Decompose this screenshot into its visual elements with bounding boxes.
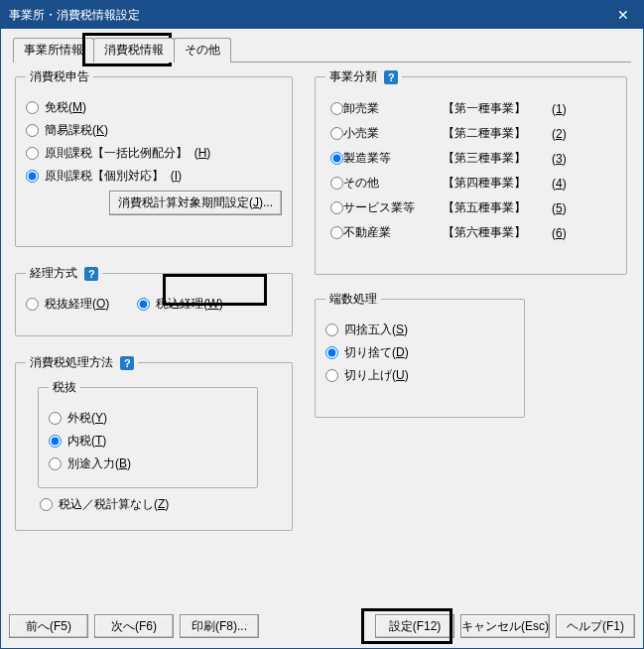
radio-external-tax[interactable]: 外税(Y): [49, 410, 247, 427]
radio-internal-tax-input[interactable]: [49, 435, 62, 448]
biz-label: その他: [343, 175, 443, 192]
radio-principle-individual-label: 原則課税【個別対応】 (I): [45, 168, 182, 185]
biz-shortcut: (4): [552, 177, 581, 191]
radio-simplified[interactable]: 簡易課税(K): [26, 122, 282, 139]
biz-radio-4[interactable]: [330, 201, 343, 214]
tab-consumption-tax[interactable]: 消費税情報: [93, 38, 175, 63]
radio-external-tax-input[interactable]: [49, 412, 62, 425]
radio-external-tax-label: 外税(Y): [67, 410, 107, 427]
biz-shortcut: (6): [552, 226, 581, 240]
legend-tax-excluded-sub: 税抜: [49, 379, 80, 396]
radio-no-calc-label: 税込／税計算なし(Z): [59, 496, 169, 513]
dialog-window: 事業所・消費税情報設定 ✕ 事業所情報 消費税情報 その他 消費税申告 免税(M…: [0, 0, 644, 649]
radio-principle-individual-input[interactable]: [26, 170, 39, 183]
biz-radio-0[interactable]: [330, 102, 343, 115]
radio-ceil[interactable]: 切り上げ(U): [325, 367, 514, 384]
radio-tax-excluded[interactable]: 税抜経理(O): [26, 296, 109, 313]
radio-tax-included-label: 税込経理(W): [156, 296, 222, 313]
next-button[interactable]: 次へ(F6): [94, 614, 174, 638]
biz-label: 製造業等: [343, 150, 443, 167]
biz-class: 【第五種事業】: [443, 199, 552, 216]
prev-button[interactable]: 前へ(F5): [9, 614, 88, 638]
radio-principle-bulk[interactable]: 原則課税【一括比例配分】 (H): [26, 145, 282, 162]
tab-other[interactable]: その他: [174, 38, 231, 63]
biz-label: サービス業等: [343, 199, 443, 216]
biz-row-1[interactable]: 小売業【第二種事業】(2): [325, 124, 616, 143]
legend-tax-return: 消費税申告: [26, 68, 93, 85]
radio-separate-input-input[interactable]: [49, 457, 62, 470]
radio-tax-included-input[interactable]: [137, 298, 150, 311]
print-button[interactable]: 印刷(F8)...: [180, 614, 259, 638]
tab-panel: 消費税申告 免税(M) 簡易課税(K) 原則課税【一括比例配分】 (H): [9, 63, 635, 615]
tab-strip: 事業所情報 消費税情報 その他: [13, 39, 635, 63]
set-button[interactable]: 設定(F12): [375, 614, 454, 638]
radio-principle-bulk-input[interactable]: [26, 147, 39, 160]
radio-separate-input[interactable]: 別途入力(B): [49, 455, 247, 472]
radio-floor-label: 切り捨て(D): [344, 344, 409, 361]
radio-exempt[interactable]: 免税(M): [26, 99, 282, 116]
radio-separate-input-label: 別途入力(B): [67, 455, 131, 472]
radio-tax-excluded-label: 税抜経理(O): [45, 296, 109, 313]
biz-label: 小売業: [343, 125, 443, 142]
close-icon: ✕: [617, 7, 629, 23]
biz-class: 【第三種事業】: [443, 150, 552, 167]
biz-shortcut: (3): [552, 152, 581, 166]
radio-floor-input[interactable]: [325, 346, 338, 359]
biz-row-5[interactable]: 不動産業【第六種事業】(6): [325, 223, 616, 242]
close-button[interactable]: ✕: [603, 1, 643, 29]
help-icon[interactable]: ?: [84, 267, 98, 281]
biz-row-4[interactable]: サービス業等【第五種事業】(5): [325, 198, 616, 217]
biz-class: 【第二種事業】: [443, 125, 552, 142]
help-icon[interactable]: ?: [384, 70, 398, 84]
help-button[interactable]: ヘルプ(F1): [556, 614, 635, 638]
footer: 前へ(F5) 次へ(F6) 印刷(F8)... 設定(F12) キャンセル(Es…: [9, 614, 635, 638]
radio-exempt-input[interactable]: [26, 101, 39, 114]
cancel-button[interactable]: キャンセル(Esc): [460, 614, 550, 638]
radio-no-calc-input[interactable]: [40, 498, 53, 511]
biz-shortcut: (2): [552, 127, 581, 141]
biz-shortcut: (1): [552, 102, 581, 116]
radio-internal-tax[interactable]: 内税(T): [49, 433, 247, 450]
biz-row-0[interactable]: 卸売業【第一種事業】(1): [325, 99, 616, 118]
biz-row-3[interactable]: その他【第四種事業】(4): [325, 174, 616, 193]
biz-radio-2[interactable]: [330, 152, 343, 165]
legend-business-category: 事業分類 ?: [325, 68, 402, 85]
biz-class: 【第四種事業】: [443, 175, 552, 192]
radio-ceil-input[interactable]: [325, 369, 338, 382]
radio-simplified-label: 簡易課税(K): [45, 122, 108, 139]
biz-radio-5[interactable]: [330, 226, 343, 239]
window-title: 事業所・消費税情報設定: [9, 7, 140, 24]
radio-no-calc[interactable]: 税込／税計算なし(Z): [40, 496, 282, 513]
legend-processing: 消費税処理方法 ?: [26, 354, 138, 371]
tab-office-info[interactable]: 事業所情報: [13, 38, 94, 63]
subgroup-tax-excluded: 税抜 外税(Y) 内税(T) 別途入力(B): [38, 379, 258, 488]
radio-round[interactable]: 四捨五入(S): [325, 322, 514, 338]
radio-exempt-label: 免税(M): [45, 99, 86, 116]
biz-shortcut: (5): [552, 201, 581, 215]
biz-row-2[interactable]: 製造業等【第三種事業】(3): [325, 149, 616, 168]
radio-round-input[interactable]: [325, 324, 338, 336]
biz-radio-3[interactable]: [330, 177, 343, 190]
biz-class: 【第六種事業】: [443, 224, 552, 241]
group-rounding: 端数処理 四捨五入(S) 切り捨て(D) 切り上げ(U): [315, 291, 525, 418]
group-processing: 消費税処理方法 ? 税抜 外税(Y) 内税(T): [15, 354, 293, 531]
biz-label: 卸売業: [343, 100, 443, 117]
radio-principle-bulk-label: 原則課税【一括比例配分】 (H): [45, 145, 210, 162]
radio-simplified-input[interactable]: [26, 124, 39, 137]
left-column: 消費税申告 免税(M) 簡易課税(K) 原則課税【一括比例配分】 (H): [15, 68, 293, 531]
legend-rounding: 端数処理: [325, 291, 381, 308]
client-area: 事業所情報 消費税情報 その他 消費税申告 免税(M) 簡易課税(K): [1, 29, 643, 648]
biz-radio-1[interactable]: [330, 127, 343, 140]
radio-ceil-label: 切り上げ(U): [344, 367, 409, 384]
radio-principle-individual[interactable]: 原則課税【個別対応】 (I): [26, 168, 282, 185]
radio-tax-excluded-input[interactable]: [26, 298, 39, 311]
radio-floor[interactable]: 切り捨て(D): [325, 344, 514, 361]
legend-accounting-method: 経理方式 ?: [26, 265, 102, 282]
biz-class: 【第一種事業】: [443, 100, 552, 117]
radio-round-label: 四捨五入(S): [344, 322, 408, 338]
titlebar: 事業所・消費税情報設定 ✕: [1, 1, 643, 29]
right-column: 事業分類 ? 卸売業【第一種事業】(1)小売業【第二種事業】(2)製造業等【第三…: [315, 68, 627, 418]
radio-tax-included[interactable]: 税込経理(W): [137, 296, 222, 313]
help-icon[interactable]: ?: [120, 356, 134, 370]
period-settings-button[interactable]: 消費税計算対象期間設定(J)...: [109, 191, 282, 215]
